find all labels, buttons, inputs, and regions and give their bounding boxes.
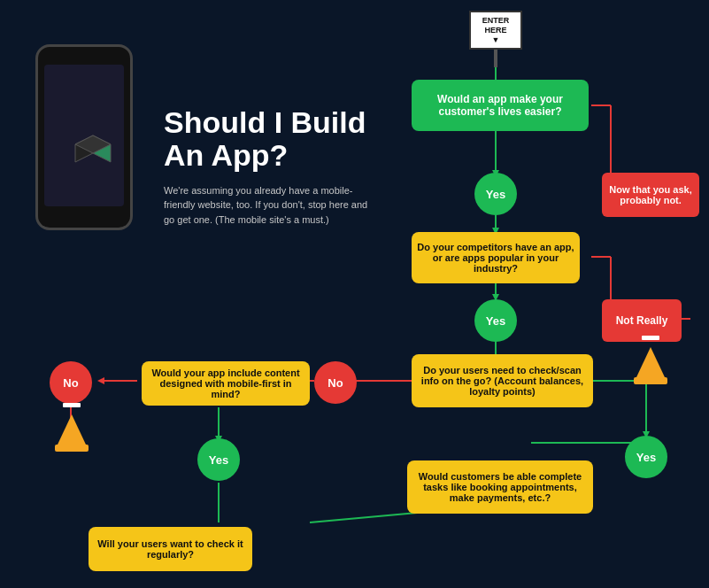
enter-sign-board: ENTERHERE▼ <box>469 11 522 50</box>
main-title: Should I Build An App? <box>164 106 376 173</box>
phone-illustration <box>27 44 150 257</box>
question-4: Would your app include content designed … <box>142 361 310 406</box>
no-3: No <box>314 361 357 404</box>
question-6: Will your users want to check it regular… <box>89 527 252 571</box>
yes-1: Yes <box>474 173 517 215</box>
svg-marker-20 <box>97 377 104 384</box>
cone-2 <box>55 414 89 452</box>
question-1: Would an app make your customer's lives … <box>412 80 589 131</box>
no-4: No <box>50 361 92 404</box>
yes-2: Yes <box>474 299 517 342</box>
title-section: Should I Build An App? We're assuming yo… <box>164 106 376 227</box>
enter-sign-pole <box>494 50 497 67</box>
question-2: Do your competitors have an app, or are … <box>412 232 580 283</box>
enter-sign: ENTERHERE▼ <box>469 11 522 67</box>
cone-1 <box>634 347 667 384</box>
subtitle-text: We're assuming you already have a mobile… <box>164 183 376 228</box>
yes-3: Yes <box>625 436 667 478</box>
no-1-alt: Now that you ask, probably not. <box>602 173 699 217</box>
cube-graphic <box>66 118 102 153</box>
question-3: Do your users need to check/scan info on… <box>412 354 593 407</box>
question-5: Would customers be able complete tasks l… <box>407 460 593 514</box>
yes-4: Yes <box>197 438 240 481</box>
